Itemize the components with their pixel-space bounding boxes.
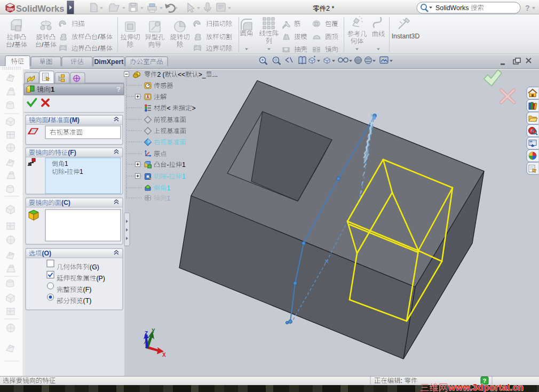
svg-text:(O): (O) <box>42 250 51 257</box>
svg-text:(C): (C) <box>61 199 70 206</box>
svg-text:(F): (F) <box>68 149 76 156</box>
svg-text:1: 1 <box>182 161 186 169</box>
svg-text:?: ? <box>116 85 121 93</box>
svg-text:>_: >_ <box>199 71 206 78</box>
svg-text:Y: Y <box>152 328 155 334</box>
svg-text:?: ? <box>525 4 530 12</box>
svg-text:Z: Z <box>145 331 148 337</box>
svg-text:/: / <box>98 45 100 52</box>
svg-text:...: ... <box>212 71 218 78</box>
svg-text:Instant3D: Instant3D <box>392 33 420 40</box>
svg-text:1: 1 <box>80 168 83 175</box>
svg-text:/: / <box>98 33 100 41</box>
svg-text:DimXpert: DimXpert <box>94 58 123 66</box>
svg-text:1: 1 <box>167 185 170 192</box>
svg-text:2 (: 2 ( <box>157 71 164 78</box>
svg-text:-: - <box>167 173 169 180</box>
svg-text:零件2 *: 零件2 * <box>313 5 334 12</box>
svg-text:/: / <box>42 41 44 49</box>
svg-text:1: 1 <box>167 195 170 202</box>
svg-text:1: 1 <box>182 173 186 180</box>
svg-text:(P): (P) <box>96 275 105 282</box>
svg-text:(G): (G) <box>90 263 99 271</box>
svg-text:SW: SW <box>7 7 14 12</box>
svg-text:<: < <box>167 105 170 112</box>
svg-text:(T): (T) <box>83 297 92 305</box>
svg-text:(M): (M) <box>70 116 80 124</box>
svg-text:1: 1 <box>65 160 68 167</box>
svg-text:>: > <box>192 105 196 112</box>
svg-text:X: X <box>162 352 166 358</box>
svg-text::: : <box>401 377 402 385</box>
svg-text:www.3dportal.cn: www.3dportal.cn <box>448 382 524 392</box>
svg-text:SolidWorks: SolidWorks <box>16 4 64 13</box>
svg-text:SolidWorks: SolidWorks <box>435 4 469 12</box>
svg-text:/: / <box>12 41 14 49</box>
svg-text:(F): (F) <box>83 286 92 293</box>
svg-text:-: - <box>167 161 169 169</box>
svg-text:1: 1 <box>51 85 54 93</box>
svg-text:-: - <box>65 168 67 175</box>
svg-text:<<: << <box>178 71 185 78</box>
